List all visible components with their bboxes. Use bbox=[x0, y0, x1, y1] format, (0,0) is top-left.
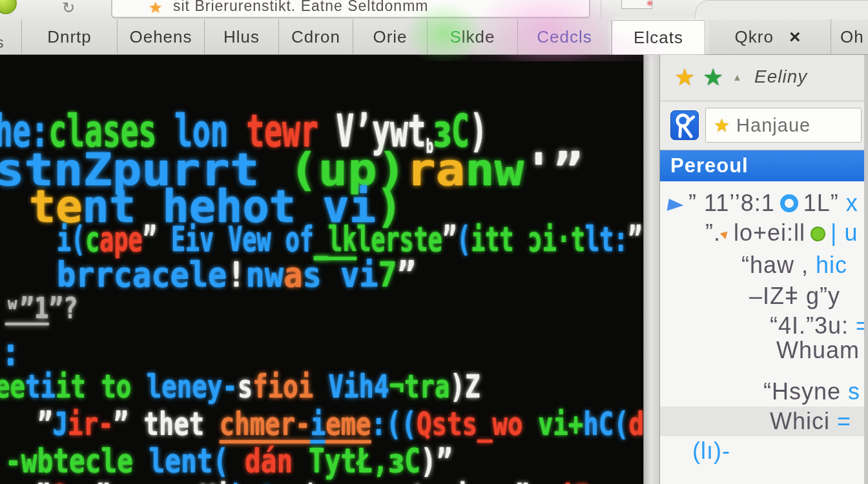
code-token: u bbox=[425, 478, 440, 484]
code-token: dán bbox=[229, 441, 293, 480]
browser-chrome: ↻ ★ sit Brierurenstikt. Eatne Seltdonmm bbox=[0, 0, 868, 19]
panel-row-text: “4I.”3u: bbox=[770, 312, 849, 339]
panel-row-8[interactable]: Whici = bbox=[660, 407, 868, 436]
gold-star-icon[interactable]: ★ bbox=[674, 64, 695, 91]
search-button[interactable] bbox=[670, 110, 699, 140]
green-star-icon[interactable]: ★ bbox=[703, 64, 723, 91]
panel-row-text: Whici bbox=[770, 408, 837, 434]
code-token: vi+ bbox=[522, 405, 583, 443]
panel-row-3[interactable]: “haw , hic bbox=[660, 250, 868, 280]
panel-row-7[interactable]: “Hsyne s bbox=[660, 377, 868, 407]
code-token: itt ɔi·t bbox=[471, 219, 585, 259]
code-token: ” bbox=[36, 478, 50, 484]
mini-window-button[interactable] bbox=[621, 0, 652, 9]
code-token: c bbox=[85, 219, 99, 259]
code-token: ee bbox=[0, 368, 25, 405]
code-token: Z bbox=[465, 368, 480, 405]
code-token: rtan bbox=[245, 478, 305, 484]
code-token: ▪ bbox=[365, 478, 380, 484]
panel-row-6[interactable]: Whuam bbox=[660, 336, 868, 365]
code-token: :(( bbox=[371, 405, 417, 443]
tab-label: Hlus bbox=[223, 27, 260, 47]
address-bar[interactable]: ★ sit Brierurenstikt. Eatne Seltdonmm bbox=[111, 0, 590, 18]
code-token: ” bbox=[143, 219, 157, 259]
editor-scrollbar[interactable] bbox=[643, 55, 660, 484]
panel-row-2[interactable]: ”.lo+eі:ll| u bbox=[660, 218, 868, 248]
tab-close-icon[interactable]: × bbox=[789, 27, 801, 46]
code-line-11: ”Car” -wewιVi)rtan)amu▪nc'upiare” v’7, bbox=[36, 480, 604, 484]
code-line-10: -wbtecle lent( dán TytŁ,ɜC)” bbox=[5, 444, 453, 478]
tab-qkro[interactable]: Qkro× bbox=[705, 19, 831, 54]
tab-label: Qkro bbox=[735, 27, 774, 47]
partial-tab-text: s bbox=[0, 34, 4, 52]
code-line-7: : bbox=[1, 332, 20, 371]
app-orb-icon[interactable] bbox=[0, 0, 17, 14]
gdot-icon bbox=[811, 227, 825, 241]
side-panel: ★ ★ ▲ Eeliny ★ Hanjaue Pereoul ” 11’’8:1… bbox=[660, 55, 868, 484]
bookmark-search-input[interactable]: ★ Hanjaue bbox=[705, 108, 862, 143]
code-token: J bbox=[52, 405, 67, 443]
tab-elcats[interactable]: Elcats bbox=[612, 20, 705, 54]
panel-row-text: x bbox=[846, 190, 858, 216]
code-token: to bbox=[86, 368, 131, 405]
code-token: ¬tra bbox=[389, 368, 450, 405]
code-token: leney- bbox=[131, 368, 237, 405]
code-token: ra bbox=[406, 143, 465, 196]
tab-bar: sDnrtpOehensHlusCdronOrieSlkdeCedclsElca… bbox=[0, 19, 868, 55]
screen-bezel-edge bbox=[864, 55, 868, 484]
panel-row-1[interactable]: ” 11’’8:11L” x bbox=[660, 188, 868, 218]
code-token: i bbox=[311, 405, 326, 443]
panel-row-text: ” 11’’8:1 bbox=[688, 190, 775, 216]
tab-cedcls[interactable]: Cedcls bbox=[518, 19, 612, 54]
code-token: lt: bbox=[585, 219, 628, 259]
code-token: ɜC bbox=[389, 441, 420, 480]
caret-up-icon[interactable]: ▲ bbox=[732, 72, 742, 83]
panel-row-text: = bbox=[837, 408, 851, 434]
tab-slkde[interactable]: Slkde bbox=[428, 19, 518, 54]
tab-label: Oehens bbox=[129, 27, 192, 47]
panel-row-text: lo+eі:ll bbox=[734, 219, 805, 246]
tab-hlus[interactable]: Hlus bbox=[205, 19, 279, 54]
code-token: ) bbox=[230, 478, 245, 484]
code-token: nw bbox=[465, 143, 524, 196]
panel-row-text: 1L bbox=[803, 190, 831, 216]
code-token: nw bbox=[246, 254, 284, 295]
code-token: 7 bbox=[378, 254, 397, 295]
tab-dnrtp[interactable]: Dnrtp bbox=[22, 19, 118, 54]
code-token: eme bbox=[326, 405, 371, 443]
code-token: it bbox=[56, 368, 86, 405]
browser-window: ↻ ★ sit Brierurenstikt. Eatne Seltdonmm … bbox=[0, 0, 868, 484]
code-token: lent( bbox=[133, 441, 229, 480]
code-token: iare bbox=[455, 478, 515, 484]
panel-row-text: Whuam bbox=[776, 337, 860, 363]
code-token: Vih4 bbox=[313, 368, 389, 405]
panel-row-4[interactable]: –IZǂ g”y bbox=[660, 281, 868, 311]
tab-cdron[interactable]: Cdron bbox=[279, 19, 353, 54]
bookmark-star-icon[interactable]: ★ bbox=[149, 0, 163, 17]
code-token: Vi bbox=[200, 478, 230, 484]
panel-row-9[interactable]: (lı)- bbox=[660, 436, 868, 466]
code-token: Eiv Vew of bbox=[157, 219, 314, 259]
tab-orie[interactable]: Orie bbox=[353, 19, 428, 54]
search-input-value: Hanjaue bbox=[736, 115, 811, 136]
tab-oh[interactable]: Oh bbox=[831, 19, 868, 54]
code-token: Qsts_wo bbox=[417, 405, 522, 443]
code-token: ” bbox=[96, 478, 110, 484]
code-token: s bbox=[238, 368, 253, 405]
reload-icon[interactable]: ↻ bbox=[62, 0, 75, 17]
panel-header-title: Pereoul bbox=[660, 154, 749, 177]
code-token: ti bbox=[25, 368, 56, 405]
tab-strip-edge: s bbox=[0, 19, 22, 54]
code-token: ” bbox=[397, 254, 416, 295]
panel-row-text: ” bbox=[831, 190, 846, 216]
code-token: a bbox=[284, 254, 302, 295]
panel-header: Pereoul bbox=[660, 150, 868, 181]
tab-oehens[interactable]: Oehens bbox=[118, 19, 205, 54]
code-token: ” bbox=[442, 219, 457, 259]
panel-list: ” 11’’8:11L” x”.lo+eі:ll| u“haw , hic–IZ… bbox=[660, 181, 868, 484]
code-token: thet bbox=[129, 405, 220, 443]
code-token: ) bbox=[420, 441, 437, 480]
code-editor[interactable]: he:clases lon tewr V’ywtbɜC)stnZpurrt (u… bbox=[0, 55, 643, 484]
address-text: sit Brierurenstikt. Eatne Seltdonmm bbox=[173, 0, 428, 15]
panel-row-text: (lı)- bbox=[692, 438, 730, 464]
